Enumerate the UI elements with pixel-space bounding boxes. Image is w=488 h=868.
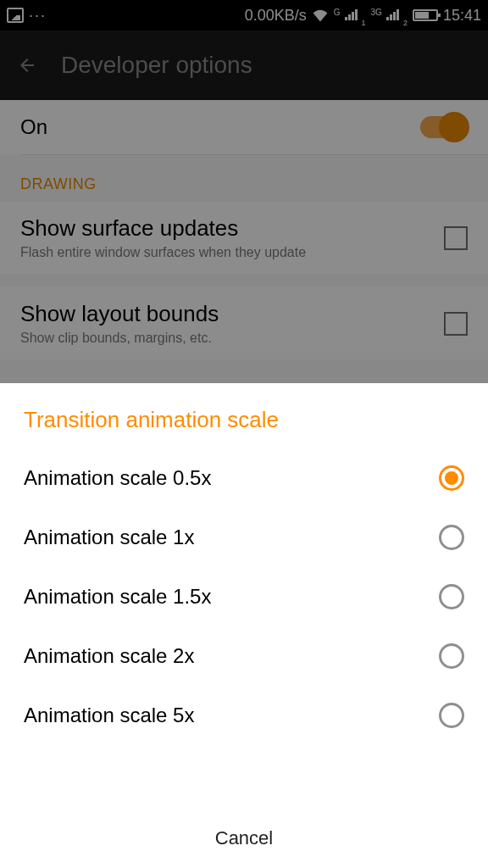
option-label: Animation scale 1x xyxy=(24,526,439,549)
option-label: Animation scale 5x xyxy=(24,704,439,727)
radio-icon[interactable] xyxy=(439,643,464,669)
radio-icon[interactable] xyxy=(439,584,464,609)
option-2x[interactable]: Animation scale 2x xyxy=(0,626,488,686)
option-1-5x[interactable]: Animation scale 1.5x xyxy=(0,567,488,626)
radio-icon[interactable] xyxy=(439,703,464,728)
animation-scale-dialog: Transition animation scale Animation sca… xyxy=(0,383,488,868)
option-label: Animation scale 0.5x xyxy=(24,466,439,490)
option-list: Animation scale 0.5x Animation scale 1x … xyxy=(0,448,488,809)
radio-icon[interactable] xyxy=(439,525,464,550)
radio-icon[interactable] xyxy=(439,465,464,491)
cancel-button[interactable]: Cancel xyxy=(0,809,488,868)
option-label: Animation scale 1.5x xyxy=(24,585,439,609)
dialog-title: Transition animation scale xyxy=(0,383,488,448)
option-0-5x[interactable]: Animation scale 0.5x xyxy=(0,448,488,508)
option-label: Animation scale 2x xyxy=(24,644,439,668)
option-5x[interactable]: Animation scale 5x xyxy=(0,686,488,745)
option-1x[interactable]: Animation scale 1x xyxy=(0,508,488,567)
